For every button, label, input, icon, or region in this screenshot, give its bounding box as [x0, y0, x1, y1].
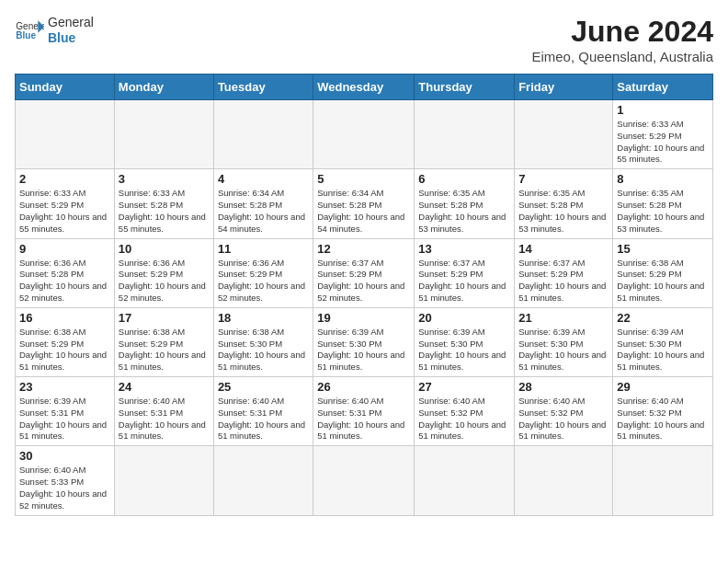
header: General Blue General Blue June 2024 Eime…: [15, 15, 713, 64]
day-info: Sunrise: 6:35 AM Sunset: 5:28 PM Dayligh…: [518, 188, 609, 235]
weekday-header-tuesday: Tuesday: [213, 75, 313, 100]
logo-blue-text: Blue: [48, 30, 94, 46]
calendar-cell: 28Sunrise: 6:40 AM Sunset: 5:32 PM Dayli…: [515, 377, 613, 446]
calendar-cell: [114, 100, 213, 169]
day-info: Sunrise: 6:40 AM Sunset: 5:32 PM Dayligh…: [617, 396, 709, 442]
day-info: Sunrise: 6:39 AM Sunset: 5:31 PM Dayligh…: [19, 396, 110, 442]
calendar-cell: 11Sunrise: 6:36 AM Sunset: 5:29 PM Dayli…: [213, 238, 313, 307]
logo-general-text: General: [48, 15, 94, 30]
day-info: Sunrise: 6:39 AM Sunset: 5:30 PM Dayligh…: [418, 327, 510, 373]
calendar-cell: 29Sunrise: 6:40 AM Sunset: 5:32 PM Dayli…: [613, 377, 713, 446]
calendar-cell: [415, 446, 515, 515]
calendar-cell: [515, 100, 613, 169]
day-number: 7: [518, 172, 609, 186]
calendar-cell: 23Sunrise: 6:39 AM Sunset: 5:31 PM Dayli…: [16, 377, 115, 446]
calendar-cell: [415, 100, 515, 169]
calendar-cell: 4Sunrise: 6:34 AM Sunset: 5:28 PM Daylig…: [213, 169, 313, 238]
day-info: Sunrise: 6:40 AM Sunset: 5:32 PM Dayligh…: [418, 396, 510, 442]
day-number: 22: [617, 311, 709, 325]
day-info: Sunrise: 6:40 AM Sunset: 5:32 PM Dayligh…: [518, 396, 609, 442]
day-number: 3: [119, 172, 210, 186]
week-row-3: 9Sunrise: 6:36 AM Sunset: 5:28 PM Daylig…: [16, 238, 713, 307]
day-info: Sunrise: 6:35 AM Sunset: 5:28 PM Dayligh…: [418, 188, 510, 235]
calendar-cell: 1Sunrise: 6:33 AM Sunset: 5:29 PM Daylig…: [613, 100, 713, 169]
day-number: 13: [418, 242, 510, 256]
weekday-header-row: SundayMondayTuesdayWednesdayThursdayFrid…: [16, 75, 713, 100]
day-info: Sunrise: 6:36 AM Sunset: 5:29 PM Dayligh…: [119, 258, 210, 304]
day-number: 30: [19, 449, 110, 463]
day-number: 21: [518, 311, 609, 325]
day-number: 24: [119, 380, 210, 394]
calendar-cell: 12Sunrise: 6:37 AM Sunset: 5:29 PM Dayli…: [313, 238, 415, 307]
day-info: Sunrise: 6:38 AM Sunset: 5:29 PM Dayligh…: [119, 327, 210, 373]
calendar-cell: [313, 446, 415, 515]
calendar-subtitle: Eimeo, Queensland, Australia: [531, 49, 713, 64]
calendar-cell: 25Sunrise: 6:40 AM Sunset: 5:31 PM Dayli…: [213, 377, 313, 446]
day-number: 11: [218, 242, 309, 256]
day-number: 26: [317, 380, 410, 394]
weekday-header-friday: Friday: [515, 75, 613, 100]
calendar-cell: [213, 100, 313, 169]
calendar-cell: 30Sunrise: 6:40 AM Sunset: 5:33 PM Dayli…: [16, 446, 115, 515]
day-number: 27: [418, 380, 510, 394]
day-info: Sunrise: 6:40 AM Sunset: 5:31 PM Dayligh…: [317, 396, 410, 442]
logo-icon: General Blue: [15, 16, 44, 45]
calendar-cell: 6Sunrise: 6:35 AM Sunset: 5:28 PM Daylig…: [415, 169, 515, 238]
day-number: 8: [617, 172, 709, 186]
calendar-cell: 3Sunrise: 6:33 AM Sunset: 5:28 PM Daylig…: [114, 169, 213, 238]
calendar-cell: 9Sunrise: 6:36 AM Sunset: 5:28 PM Daylig…: [16, 238, 115, 307]
calendar-cell: 13Sunrise: 6:37 AM Sunset: 5:29 PM Dayli…: [415, 238, 515, 307]
day-info: Sunrise: 6:33 AM Sunset: 5:29 PM Dayligh…: [19, 188, 110, 235]
calendar-cell: 2Sunrise: 6:33 AM Sunset: 5:29 PM Daylig…: [16, 169, 115, 238]
day-info: Sunrise: 6:34 AM Sunset: 5:28 PM Dayligh…: [218, 188, 309, 235]
day-number: 29: [617, 380, 709, 394]
day-info: Sunrise: 6:38 AM Sunset: 5:29 PM Dayligh…: [617, 258, 709, 304]
day-number: 5: [317, 172, 410, 186]
week-row-6: 30Sunrise: 6:40 AM Sunset: 5:33 PM Dayli…: [16, 446, 713, 515]
calendar-cell: 22Sunrise: 6:39 AM Sunset: 5:30 PM Dayli…: [613, 307, 713, 376]
day-number: 28: [518, 380, 609, 394]
week-row-5: 23Sunrise: 6:39 AM Sunset: 5:31 PM Dayli…: [16, 377, 713, 446]
day-info: Sunrise: 6:37 AM Sunset: 5:29 PM Dayligh…: [418, 258, 510, 304]
day-info: Sunrise: 6:40 AM Sunset: 5:31 PM Dayligh…: [119, 396, 210, 442]
day-info: Sunrise: 6:35 AM Sunset: 5:28 PM Dayligh…: [617, 188, 709, 235]
day-info: Sunrise: 6:37 AM Sunset: 5:29 PM Dayligh…: [518, 258, 609, 304]
day-info: Sunrise: 6:39 AM Sunset: 5:30 PM Dayligh…: [617, 327, 709, 373]
day-number: 14: [518, 242, 609, 256]
weekday-header-saturday: Saturday: [613, 75, 713, 100]
svg-text:Blue: Blue: [16, 30, 36, 40]
calendar-cell: 20Sunrise: 6:39 AM Sunset: 5:30 PM Dayli…: [415, 307, 515, 376]
day-info: Sunrise: 6:34 AM Sunset: 5:28 PM Dayligh…: [317, 188, 410, 235]
day-info: Sunrise: 6:39 AM Sunset: 5:30 PM Dayligh…: [518, 327, 609, 373]
day-info: Sunrise: 6:38 AM Sunset: 5:30 PM Dayligh…: [218, 327, 309, 373]
week-row-1: 1Sunrise: 6:33 AM Sunset: 5:29 PM Daylig…: [16, 100, 713, 169]
calendar-cell: 16Sunrise: 6:38 AM Sunset: 5:29 PM Dayli…: [16, 307, 115, 376]
logo: General Blue General Blue: [15, 15, 94, 46]
calendar-cell: [515, 446, 613, 515]
calendar-cell: [114, 446, 213, 515]
calendar-cell: 5Sunrise: 6:34 AM Sunset: 5:28 PM Daylig…: [313, 169, 415, 238]
calendar-cell: 26Sunrise: 6:40 AM Sunset: 5:31 PM Dayli…: [313, 377, 415, 446]
day-info: Sunrise: 6:38 AM Sunset: 5:29 PM Dayligh…: [19, 327, 110, 373]
calendar-cell: [613, 446, 713, 515]
day-number: 19: [317, 311, 410, 325]
calendar-cell: 21Sunrise: 6:39 AM Sunset: 5:30 PM Dayli…: [515, 307, 613, 376]
day-number: 18: [218, 311, 309, 325]
day-number: 1: [617, 103, 709, 117]
day-info: Sunrise: 6:37 AM Sunset: 5:29 PM Dayligh…: [317, 258, 410, 304]
day-number: 2: [19, 172, 110, 186]
weekday-header-thursday: Thursday: [415, 75, 515, 100]
calendar-cell: 19Sunrise: 6:39 AM Sunset: 5:30 PM Dayli…: [313, 307, 415, 376]
calendar-cell: 8Sunrise: 6:35 AM Sunset: 5:28 PM Daylig…: [613, 169, 713, 238]
calendar-cell: [313, 100, 415, 169]
day-number: 15: [617, 242, 709, 256]
day-number: 4: [218, 172, 309, 186]
day-number: 10: [119, 242, 210, 256]
day-info: Sunrise: 6:39 AM Sunset: 5:30 PM Dayligh…: [317, 327, 410, 373]
calendar-cell: 15Sunrise: 6:38 AM Sunset: 5:29 PM Dayli…: [613, 238, 713, 307]
calendar-cell: 10Sunrise: 6:36 AM Sunset: 5:29 PM Dayli…: [114, 238, 213, 307]
week-row-4: 16Sunrise: 6:38 AM Sunset: 5:29 PM Dayli…: [16, 307, 713, 376]
calendar-cell: 24Sunrise: 6:40 AM Sunset: 5:31 PM Dayli…: [114, 377, 213, 446]
day-info: Sunrise: 6:36 AM Sunset: 5:28 PM Dayligh…: [19, 258, 110, 304]
day-info: Sunrise: 6:40 AM Sunset: 5:31 PM Dayligh…: [218, 396, 309, 442]
